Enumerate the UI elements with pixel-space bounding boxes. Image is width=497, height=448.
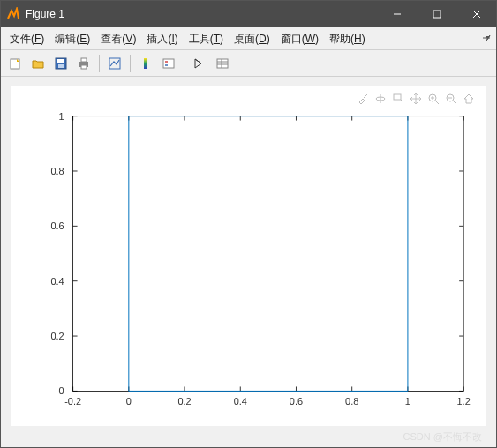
- svg-text:0.4: 0.4: [50, 276, 64, 287]
- minimize-button[interactable]: [377, 1, 417, 27]
- svg-rect-7: [58, 64, 64, 68]
- axes[interactable]: -0.200.20.40.60.811.200.20.40.60.81: [11, 86, 486, 426]
- svg-rect-10: [81, 65, 87, 69]
- svg-text:0.4: 0.4: [234, 396, 247, 407]
- svg-text:1: 1: [59, 111, 64, 122]
- svg-text:0.2: 0.2: [177, 396, 191, 407]
- link-plot-button[interactable]: [104, 53, 125, 74]
- svg-text:0.6: 0.6: [290, 396, 303, 407]
- new-figure-button[interactable]: [4, 53, 26, 74]
- maximize-button[interactable]: [417, 1, 456, 27]
- svg-rect-16: [217, 59, 228, 68]
- print-button[interactable]: [73, 53, 94, 74]
- svg-rect-13: [163, 59, 174, 68]
- svg-rect-1: [433, 11, 441, 18]
- edit-plot-button[interactable]: [189, 53, 210, 74]
- svg-rect-21: [394, 94, 401, 100]
- svg-text:0.8: 0.8: [50, 166, 64, 176]
- insert-legend-button[interactable]: [158, 53, 179, 74]
- toolbar-separator: [130, 55, 131, 72]
- toolbar-separator: [99, 55, 100, 72]
- menu-tools[interactable]: 工具(T): [184, 28, 229, 49]
- svg-rect-6: [57, 59, 64, 63]
- figure-canvas: -0.200.20.40.60.811.200.20.40.60.81: [1, 77, 496, 447]
- rotate3d-icon[interactable]: [373, 91, 388, 107]
- brush-icon[interactable]: [355, 91, 371, 107]
- svg-rect-30: [73, 116, 464, 392]
- pan-icon[interactable]: [408, 91, 424, 107]
- restore-view-icon[interactable]: [461, 91, 477, 107]
- svg-text:0.8: 0.8: [345, 396, 358, 407]
- plot-area: -0.200.20.40.60.811.200.20.40.60.81: [11, 86, 486, 426]
- svg-rect-12: [144, 58, 147, 69]
- figure-toolbar: [1, 50, 496, 77]
- zoom-out-icon[interactable]: [443, 91, 459, 107]
- data-cursor-icon[interactable]: [390, 91, 406, 107]
- toolbar-separator: [184, 55, 184, 72]
- menu-edit[interactable]: 编辑(E): [49, 28, 95, 49]
- menu-help[interactable]: 帮助(H): [324, 28, 371, 49]
- save-button[interactable]: [50, 53, 72, 74]
- menu-desktop[interactable]: 桌面(D): [229, 28, 275, 49]
- zoom-in-icon[interactable]: [425, 91, 441, 107]
- svg-text:0: 0: [59, 385, 64, 396]
- window-title: Figure 1: [26, 8, 64, 20]
- menubar: 文件(F) 编辑(E) 查看(V) 插入(I) 工具(T) 桌面(D) 窗口(W…: [1, 27, 496, 50]
- matlab-icon: [6, 7, 20, 21]
- close-button[interactable]: [456, 1, 496, 27]
- svg-text:-0.2: -0.2: [64, 396, 81, 407]
- svg-line-28: [453, 101, 456, 104]
- watermark-text: CSDN @不悔不改: [403, 430, 482, 444]
- svg-text:0.6: 0.6: [50, 220, 64, 231]
- svg-text:1: 1: [405, 396, 410, 407]
- menu-view[interactable]: 查看(V): [95, 28, 141, 49]
- open-button[interactable]: [27, 53, 49, 74]
- svg-text:1.2: 1.2: [457, 396, 471, 407]
- svg-text:0.2: 0.2: [50, 331, 64, 341]
- svg-rect-9: [81, 58, 87, 62]
- svg-text:0: 0: [126, 396, 132, 407]
- menu-file[interactable]: 文件(F): [4, 28, 49, 49]
- menu-insert[interactable]: 插入(I): [141, 28, 183, 49]
- toolbar-dropdown-icon[interactable]: [482, 33, 491, 45]
- axes-toolbar: [355, 91, 477, 107]
- svg-rect-11: [109, 58, 120, 69]
- property-inspector-button[interactable]: [212, 53, 233, 74]
- svg-line-22: [401, 100, 403, 102]
- menu-window[interactable]: 窗口(W): [275, 28, 324, 49]
- titlebar: Figure 1: [1, 1, 496, 27]
- insert-colorbar-button[interactable]: [135, 53, 156, 74]
- svg-line-24: [435, 101, 439, 104]
